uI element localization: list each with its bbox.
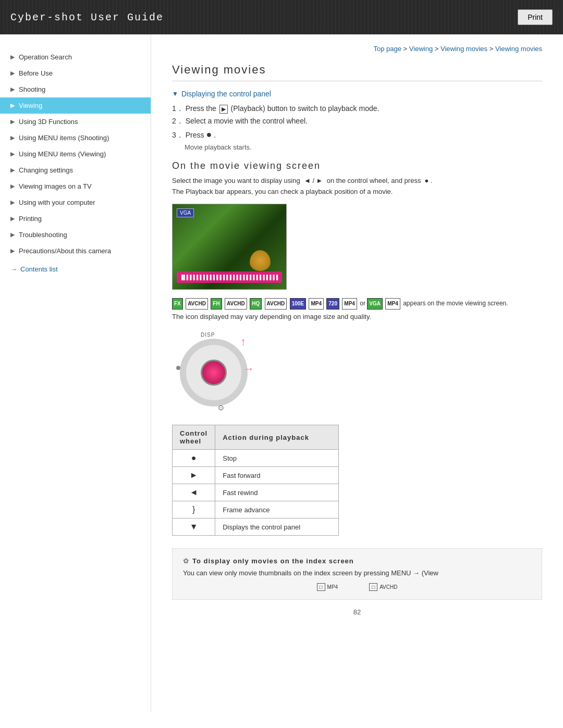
sidebar-item-label: Troubleshooting [19,231,67,239]
breadcrumb-viewing-movies[interactable]: Viewing movies [440,45,487,53]
table-cell-action: Displays the control panel [215,519,339,536]
badge-row: FX AVCHD FH AVCHD HQ AVCHD 100E MP4 720 … [172,298,542,310]
step-3-num: 3． [172,131,183,139]
triangle-icon: ▼ [172,90,178,97]
main-content: Top page > Viewing > Viewing movies > Vi… [151,34,563,712]
app-title: Cyber-shot User Guide [10,11,164,23]
avchd-label: AVCHD [380,584,397,590]
arrow-icon: ▶ [10,151,15,157]
sidebar-item-3d[interactable]: ▶ Using 3D Functions [0,114,151,130]
vga-label: VGA [177,208,194,217]
step-3-indent: Movie playback starts. [185,143,542,151]
badge-mp4-1: MP4 [309,298,324,310]
table-cell-action: Frame advance [215,501,339,519]
sidebar-item-label: Viewing [19,102,42,109]
breadcrumb: Top page > Viewing > Viewing movies > Vi… [172,45,542,53]
breadcrumb-viewing[interactable]: Viewing [409,45,433,53]
arrow-icon: ▶ [10,118,15,125]
table-cell-symbol: ● [173,450,215,467]
sidebar-item-shooting[interactable]: ▶ Shooting [0,81,151,97]
sidebar-item-viewing[interactable]: ▶ Viewing [0,97,151,114]
sidebar-item-operation-search[interactable]: ▶ Operation Search [0,49,151,65]
step-1: 1． Press the ▶ (Playback) button to swit… [172,104,542,114]
table-row: }Frame advance [173,501,339,519]
playbar-content: ▐▌▌▌▌▌▌▌▌▌▌▌▌▌▌▌▌▌▌▌▌▌▌▌▌▌▌▌▌▌ [180,275,279,280]
breadcrumb-sep2: > [435,45,440,53]
page-title: Viewing movies [172,63,542,81]
viewing-screen-text: Select the image you want to display usi… [172,177,542,184]
sidebar-item-troubleshooting[interactable]: ▶ Troubleshooting [0,227,151,243]
wheel-left-dot [176,366,180,370]
sidebar-item-label: Precautions/About this camera [19,247,111,255]
sidebar-item-label: Printing [19,215,42,223]
sidebar-item-label: Using MENU items (Viewing) [19,150,106,158]
sidebar-item-menu-shooting[interactable]: ▶ Using MENU items (Shooting) [0,130,151,146]
step-2-text: Select a movie with the control wheel. [186,117,308,125]
sidebar-item-menu-viewing[interactable]: ▶ Using MENU items (Viewing) [0,146,151,162]
step-3: 3． Press ● . [172,129,542,140]
badge-avchd1: AVCHD [186,298,208,310]
control-table: Control wheel Action during playback ●St… [172,425,339,536]
breadcrumb-current[interactable]: Viewing movies [495,45,542,53]
badge-suffix-text: appears on the movie viewing screen. [403,300,508,307]
sidebar-item-label: Changing settings [19,166,73,174]
table-header-action: Action during playback [215,425,339,450]
movie-screenshot: VGA ▐▌▌▌▌▌▌▌▌▌▌▌▌▌▌▌▌▌▌▌▌▌▌▌▌▌▌▌▌▌ [172,204,287,290]
print-button[interactable]: Print [518,9,553,25]
arrow-icon: ▶ [10,86,15,93]
mp4-label: MP4 [327,584,338,590]
step-2-num: 2． [172,117,183,125]
badge-vga: VGA [367,298,383,310]
wheel-arrow-down-icon: ⊙ [218,403,224,412]
sub-icon-mp4: □ MP4 [317,583,338,591]
cat-image [250,250,271,271]
badge-avchd2: AVCHD [225,298,247,310]
wheel-arrow-right-icon: → [243,362,254,376]
header: Cyber-shot User Guide Print [0,0,563,34]
sub-icon-avchd: □ AVCHD [369,583,397,591]
arrow-icon: ▶ [10,167,15,174]
arrow-icon: ▶ [10,183,15,190]
arrow-right-icon: → [10,265,17,273]
sidebar-item-label: Using with your computer [19,199,95,206]
layout: ▶ Operation Search ▶ Before Use ▶ Shooti… [0,34,563,712]
breadcrumb-toppage[interactable]: Top page [373,45,401,53]
sidebar-item-label: Before Use [19,69,53,77]
viewing-screen-text2: The Playback bar appears, you can check … [172,188,542,195]
tip-box: ✿ To display only movies on the index sc… [172,548,542,600]
arrow-icon: ▶ [10,70,15,77]
table-row: ►Fast forward [173,467,339,484]
table-cell-action: Stop [215,450,339,467]
disp-label: DISP [201,332,215,338]
table-cell-symbol: ▼ [173,519,215,536]
sub-icons-row: □ MP4 □ AVCHD [183,583,531,591]
arrow-icon: ▶ [10,215,15,222]
mp4-box-icon: □ [317,583,325,591]
step-2: 2． Select a movie with the control wheel… [172,117,542,126]
table-cell-symbol: } [173,501,215,519]
arrow-icon: ▶ [10,199,15,206]
contents-list-link[interactable]: → Contents list [0,259,151,277]
sidebar-item-before-use[interactable]: ▶ Before Use [0,65,151,81]
table-row: ▼Displays the control panel [173,519,339,536]
sidebar-item-printing[interactable]: ▶ Printing [0,211,151,227]
step-1-text: Press the ▶ (Playback) button to switch … [186,104,380,113]
sidebar-item-precautions[interactable]: ▶ Precautions/About this camera [0,243,151,259]
arrow-icon: ▶ [10,231,15,238]
breadcrumb-sep1: > [403,45,409,53]
sidebar-item-label: Using 3D Functions [19,118,78,126]
control-panel-section-header: ▼ Displaying the control panel [172,90,542,98]
badge-text2: The icon displayed may vary depending on… [172,313,542,320]
control-panel-heading: Displaying the control panel [181,90,271,98]
sidebar-item-computer[interactable]: ▶ Using with your computer [0,194,151,211]
breadcrumb-sep3: > [489,45,495,53]
wheel-arrow-up-icon: ↑ [240,335,246,349]
sidebar: ▶ Operation Search ▶ Before Use ▶ Shooti… [0,34,151,712]
sidebar-item-tv[interactable]: ▶ Viewing images on a TV [0,178,151,194]
sidebar-item-settings[interactable]: ▶ Changing settings [0,162,151,178]
table-cell-action: Fast rewind [215,484,339,501]
badge-mp4-3: MP4 [385,298,400,310]
control-wheel: DISP ↑ → ⊙ [172,331,255,414]
badge-or: or [360,300,367,307]
badge-avchd3: AVCHD [265,298,287,310]
